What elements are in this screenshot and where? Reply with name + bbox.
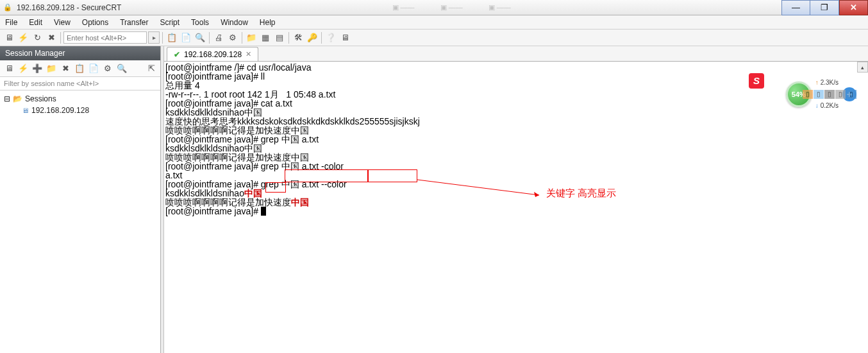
minimize-button[interactable]: — bbox=[781, 0, 810, 15]
net-download: 0.2K/s bbox=[815, 102, 839, 110]
tray-icon[interactable]: ▯ bbox=[835, 90, 846, 99]
close-button[interactable]: ✕ bbox=[839, 0, 868, 15]
copy-icon[interactable]: 📋 bbox=[165, 31, 178, 44]
background-tabs: ▣ ——▣ ——▣ —— bbox=[392, 3, 511, 12]
sm-delete-icon[interactable]: ✖ bbox=[59, 62, 72, 75]
terminal-line: 喷喷喷啊啊啊啊记得是加快速度中国 bbox=[165, 153, 868, 162]
window-buttons: — ❐ ✕ bbox=[781, 0, 868, 15]
sm-new-icon[interactable]: ➕ bbox=[31, 62, 44, 75]
sm-connect-icon[interactable]: 🖥 bbox=[3, 62, 15, 75]
session-item[interactable]: 🖥 192.168.209.128 bbox=[4, 105, 156, 116]
terminal-pane: ✔ 192.168.209.128 ✕ [root@jointframe /]#… bbox=[164, 46, 868, 353]
sm-pin-icon[interactable]: ⇱ bbox=[145, 62, 158, 75]
terminal-cursor bbox=[261, 207, 266, 216]
menu-help[interactable]: Help bbox=[260, 18, 276, 27]
separator bbox=[209, 32, 210, 44]
separator bbox=[242, 32, 242, 44]
reconnect-icon[interactable]: ↻ bbox=[31, 31, 44, 44]
session-manager-title: Session Manager bbox=[0, 46, 160, 60]
terminal-line: [root@jointframe /]# cd usr/local/java bbox=[165, 63, 868, 72]
help-icon[interactable]: ❔ bbox=[324, 31, 337, 44]
sm-copy-icon[interactable]: 📋 bbox=[73, 62, 86, 75]
separator bbox=[288, 32, 289, 44]
disconnect-icon[interactable]: ✖ bbox=[45, 31, 58, 44]
tray-icon[interactable]: ▯ bbox=[846, 90, 856, 99]
separator bbox=[60, 32, 61, 44]
session-tree: ⊟ 📂 Sessions 🖥 192.168.209.128 bbox=[0, 90, 160, 353]
terminal-line: ksdkklsdklkldsnihao中国 bbox=[165, 144, 868, 153]
maximize-button[interactable]: ❐ bbox=[810, 0, 839, 15]
net-upload: 2.3K/s bbox=[815, 79, 839, 87]
tray-icons: ▯ ▯ ▯ ▯ ▯ bbox=[803, 90, 856, 99]
tree-root-label: Sessions bbox=[25, 94, 56, 103]
sm-newfolder-icon[interactable]: 📁 bbox=[45, 62, 58, 75]
session-manager-toolbar: 🖥 ⚡ ➕ 📁 ✖ 📋 📄 ⚙ 🔍 ⇱ bbox=[0, 60, 160, 77]
connected-icon: ✔ bbox=[174, 50, 180, 59]
session-filter[interactable]: Filter by session name <Alt+I> bbox=[0, 77, 160, 90]
key-icon[interactable]: 🔑 bbox=[306, 31, 319, 44]
menu-options[interactable]: Options bbox=[82, 18, 108, 27]
terminal-line: ksdkklsdklkldsnihao中国 bbox=[165, 108, 868, 117]
host-go-button[interactable]: ▸ bbox=[148, 31, 160, 44]
tab-label: 192.168.209.128 bbox=[184, 50, 242, 59]
terminal-line: -rw-r--r--. 1 root root 142 1月 1 05:48 a… bbox=[165, 90, 868, 99]
terminal-line: 速度快的思考思考kkkksdskoksdkdskkdkdskklkds25555… bbox=[165, 117, 868, 126]
tray-icon[interactable]: ▯ bbox=[814, 90, 824, 99]
print-icon[interactable]: 🖨 bbox=[212, 31, 225, 44]
terminal-line: 喷喷喷啊啊啊啊记得是加快速度中国 bbox=[165, 126, 868, 135]
terminal-line: a.txt bbox=[165, 171, 868, 180]
connect-icon[interactable]: 🖥 bbox=[3, 31, 15, 44]
collapse-icon[interactable]: ⊟ bbox=[4, 94, 10, 103]
separator bbox=[321, 32, 322, 44]
properties-icon[interactable]: ⚙ bbox=[226, 31, 239, 44]
terminal-line: [root@jointframe java]# grep 中国 a.txt bbox=[165, 135, 868, 144]
session-label: 192.168.209.128 bbox=[31, 106, 89, 115]
menu-file[interactable]: File bbox=[5, 18, 17, 27]
sm-props-icon[interactable]: ⚙ bbox=[101, 62, 114, 75]
terminal-line: [root@jointframe java]# grep 中国 a.txt -c… bbox=[165, 162, 868, 171]
menu-edit[interactable]: Edit bbox=[29, 18, 42, 27]
sm-quick-icon[interactable]: ⚡ bbox=[17, 62, 29, 75]
annotation-text: 关键字 高亮显示 bbox=[546, 189, 616, 198]
window-title: 192.168.209.128 - SecureCRT bbox=[17, 3, 121, 12]
terminal-line: ksdkklsdklkldsnihao中国 bbox=[165, 189, 868, 198]
session-manager-panel: Session Manager 🖥 ⚡ ➕ 📁 ✖ 📋 📄 ⚙ 🔍 ⇱ Filt… bbox=[0, 46, 161, 353]
tile-icon[interactable]: ▦ bbox=[259, 31, 272, 44]
tools-icon[interactable]: 🛠 bbox=[292, 31, 305, 44]
input-method-icon[interactable]: S bbox=[749, 73, 764, 89]
menu-window[interactable]: Window bbox=[221, 18, 248, 27]
sm-find-icon[interactable]: 🔍 bbox=[115, 62, 128, 75]
toolbar: 🖥 ⚡ ↻ ✖ ▸ 📋 📄 🔍 🖨 ⚙ 📁 ▦ ▤ 🛠 🔑 ❔ 🖥 bbox=[0, 30, 868, 46]
menu-script[interactable]: Script bbox=[160, 18, 179, 27]
terminal-line: [root@jointframe java]# grep 中国 a.txt --… bbox=[165, 180, 868, 189]
tab-active[interactable]: ✔ 192.168.209.128 ✕ bbox=[167, 47, 258, 61]
terminal-line: [root@jointframe java]# cat a.txt bbox=[165, 99, 868, 108]
paste-icon[interactable]: 📄 bbox=[179, 31, 192, 44]
separator bbox=[162, 32, 163, 44]
quick-connect-icon[interactable]: ⚡ bbox=[17, 31, 29, 44]
main-area: Session Manager 🖥 ⚡ ➕ 📁 ✖ 📋 📄 ⚙ 🔍 ⇱ Filt… bbox=[0, 46, 868, 353]
tray-icon[interactable]: ▯ bbox=[803, 90, 813, 99]
about-icon[interactable]: 🖥 bbox=[338, 31, 351, 44]
menu-view[interactable]: View bbox=[54, 18, 71, 27]
scroll-up-button[interactable]: ▴ bbox=[857, 62, 868, 73]
terminal-output[interactable]: [root@jointframe /]# cd usr/local/java[r… bbox=[164, 62, 868, 353]
session-icon: 🖥 bbox=[22, 107, 29, 114]
menu-tools[interactable]: Tools bbox=[191, 18, 209, 27]
host-input[interactable] bbox=[63, 31, 147, 44]
titlebar: 🔒 192.168.209.128 - SecureCRT ▣ ——▣ ——▣ … bbox=[0, 0, 868, 15]
find-icon[interactable]: 🔍 bbox=[194, 31, 206, 44]
cascade-icon[interactable]: ▤ bbox=[273, 31, 286, 44]
terminal-line: [root@jointframe java]# bbox=[165, 207, 868, 216]
terminal-line: 喷喷喷啊啊啊啊记得是加快速度中国 bbox=[165, 198, 868, 207]
folder-icon: 📂 bbox=[13, 94, 22, 103]
sessions-icon[interactable]: 📁 bbox=[245, 31, 258, 44]
app-icon: 🔒 bbox=[3, 3, 13, 13]
menu-transfer[interactable]: Transfer bbox=[120, 18, 148, 27]
tab-close-icon[interactable]: ✕ bbox=[246, 50, 251, 58]
tray-icon[interactable]: ▯ bbox=[824, 90, 835, 99]
tab-strip: ✔ 192.168.209.128 ✕ bbox=[164, 46, 868, 62]
sm-paste-icon[interactable]: 📄 bbox=[87, 62, 100, 75]
menubar: File Edit View Options Transfer Script T… bbox=[0, 15, 868, 30]
tree-root[interactable]: ⊟ 📂 Sessions bbox=[4, 93, 156, 105]
